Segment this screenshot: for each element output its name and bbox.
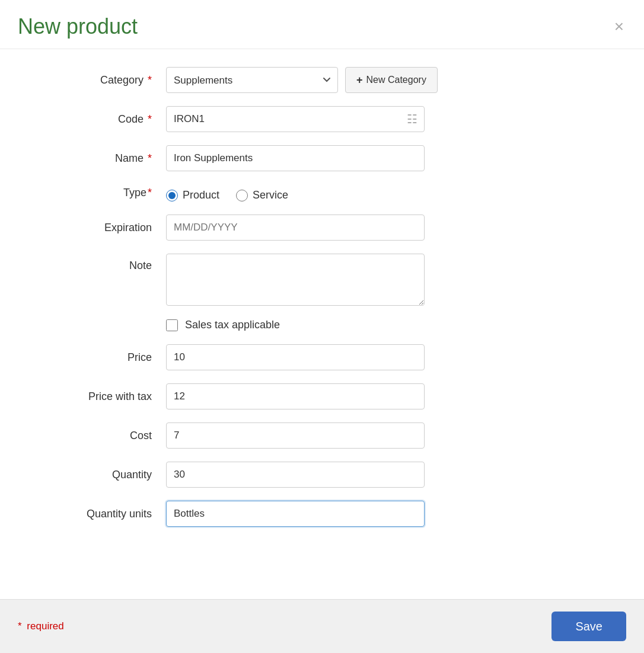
category-select[interactable]: Supplements Vitamins Minerals Herbs [166,67,338,93]
quantity-row: Quantity [36,462,608,488]
quantity-units-label: Quantity units [36,508,166,520]
quantity-label: Quantity [36,469,166,481]
note-textarea[interactable] [166,254,425,306]
required-text: required [27,620,63,632]
new-category-button[interactable]: + New Category [345,67,438,93]
cost-input[interactable] [166,422,425,449]
category-label: Category * [36,74,166,87]
quantity-units-row: Quantity units [36,501,608,527]
sales-tax-row: Sales tax applicable [36,319,608,331]
code-input-wrapper: ☷ [166,106,425,132]
price-with-tax-label: Price with tax [36,390,166,403]
dialog-header: New product × [0,0,644,49]
code-input[interactable] [166,106,425,132]
code-row: Code * ☷ [36,106,608,132]
price-row: Price [36,344,608,370]
name-label: Name * [36,152,166,165]
new-category-label: New Category [366,75,426,85]
close-button[interactable]: × [612,18,626,35]
price-with-tax-row: Price with tax [36,383,608,409]
price-label: Price [36,351,166,364]
expiration-input[interactable] [166,215,425,241]
type-product-text: Product [183,189,219,201]
expiration-row: Expiration [36,215,608,241]
note-label: Note [36,254,166,272]
price-with-tax-input[interactable] [166,383,425,409]
expiration-label: Expiration [36,222,166,234]
quantity-input[interactable] [166,462,425,488]
quantity-units-input[interactable] [166,501,425,527]
category-required-star: * [145,74,152,86]
name-input[interactable] [166,145,425,171]
price-input[interactable] [166,344,425,370]
plus-icon: + [356,74,363,87]
code-label: Code * [36,113,166,126]
category-row: Category * Supplements Vitamins Minerals… [36,67,608,93]
type-required-star: * [148,187,152,199]
required-star-note: * [18,620,22,632]
code-required-star: * [145,113,152,125]
name-required-star: * [145,152,152,164]
dialog-title: New product [18,14,138,39]
type-product-radio[interactable] [166,190,178,201]
dialog-footer: * required Save [0,599,644,653]
cost-label: Cost [36,430,166,442]
type-service-text: Service [253,189,288,201]
required-note: * required [18,620,64,632]
sales-tax-label[interactable]: Sales tax applicable [185,319,280,331]
name-row: Name * [36,145,608,171]
code-list-icon: ☷ [407,112,417,126]
type-service-label[interactable]: Service [236,189,288,201]
save-button[interactable]: Save [551,612,626,641]
type-service-radio[interactable] [236,190,248,201]
sales-tax-checkbox[interactable] [166,319,178,331]
new-product-dialog: New product × Category * Supplements Vit… [0,0,644,653]
form-body: Category * Supplements Vitamins Minerals… [0,49,644,599]
type-label: Type* [36,187,166,199]
type-product-label[interactable]: Product [166,189,219,201]
type-radio-group: Product Service [166,184,288,201]
category-controls: Supplements Vitamins Minerals Herbs + Ne… [166,67,438,93]
type-row: Type* Product Service [36,184,608,201]
note-row: Note [36,254,608,306]
cost-row: Cost [36,422,608,449]
